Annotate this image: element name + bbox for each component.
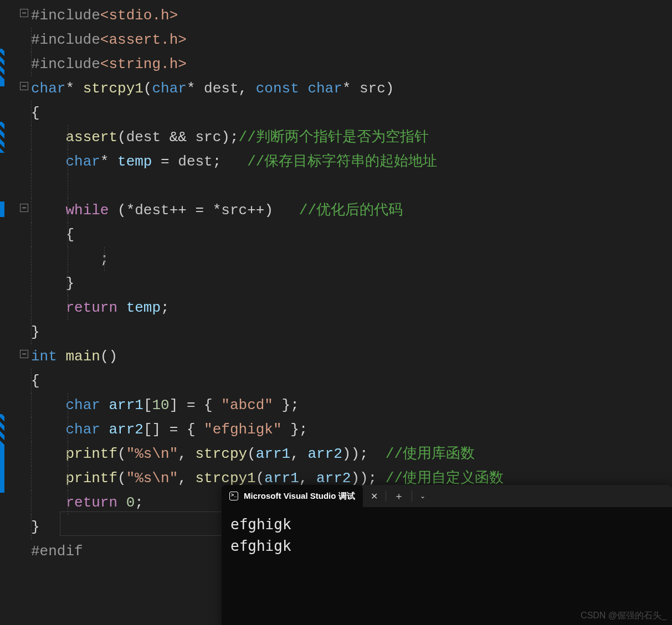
- function-name: strcpy1: [83, 80, 143, 97]
- fold-icon[interactable]: [20, 82, 28, 90]
- comment: //保存目标字符串的起始地址: [247, 153, 437, 170]
- return-keyword: return: [65, 299, 117, 316]
- assert-call: assert: [65, 129, 117, 146]
- gutter: [0, 0, 31, 625]
- comment: //使用自定义函数: [386, 470, 504, 487]
- fold-icon[interactable]: [20, 9, 28, 17]
- output-line: efghigk: [230, 514, 663, 535]
- comment: //优化后的代码: [299, 202, 403, 219]
- header-file: <string.h>: [100, 56, 187, 73]
- output-line: efghigk: [230, 535, 663, 557]
- terminal-window[interactable]: Microsoft Visual Studio 调试 ✕ ＋ ⌄ efghigk…: [222, 485, 672, 625]
- header-file: <stdio.h>: [100, 7, 178, 24]
- new-tab-button[interactable]: ＋: [386, 485, 412, 507]
- fold-icon[interactable]: [20, 350, 28, 358]
- type: char: [31, 80, 65, 97]
- preprocessor: #include: [31, 32, 100, 48]
- endif: #endif: [31, 543, 83, 560]
- main-function: main: [65, 348, 100, 365]
- chevron-down-icon[interactable]: ⌄: [412, 485, 433, 507]
- preprocessor: #include: [31, 7, 100, 24]
- close-icon[interactable]: ✕: [363, 485, 386, 507]
- comment: //使用库函数: [386, 446, 475, 462]
- terminal-tabbar: Microsoft Visual Studio 调试 ✕ ＋ ⌄: [222, 485, 672, 507]
- watermark: CSDN @倔强的石头_: [581, 610, 666, 622]
- header-file: <assert.h>: [100, 32, 187, 48]
- preprocessor: #include: [31, 56, 100, 73]
- comment: //判断两个指针是否为空指针: [239, 129, 429, 146]
- terminal-output: efghigk efghigk: [222, 507, 672, 564]
- terminal-icon: [229, 492, 238, 500]
- terminal-title: Microsoft Visual Studio 调试: [244, 491, 355, 502]
- while-keyword: while: [65, 202, 109, 219]
- fold-icon[interactable]: [20, 204, 28, 212]
- terminal-tab[interactable]: Microsoft Visual Studio 调试: [222, 485, 363, 507]
